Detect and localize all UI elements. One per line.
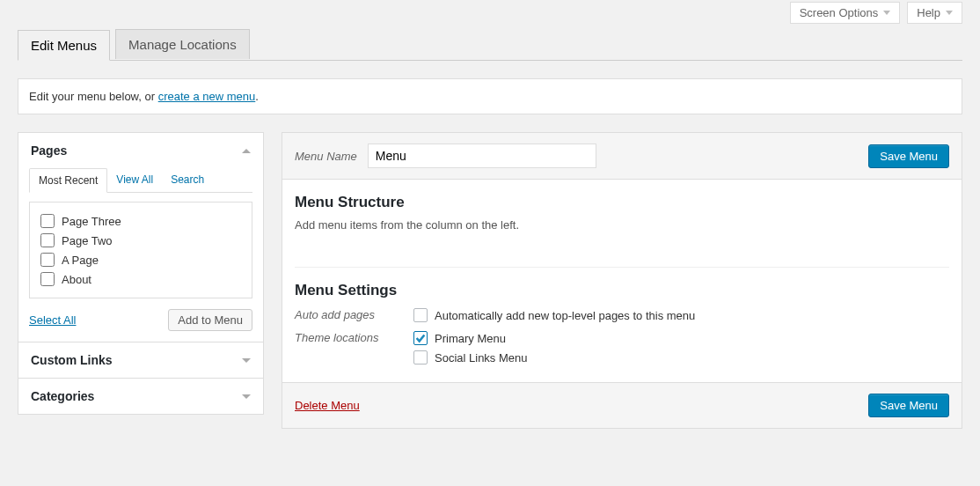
create-menu-link[interactable]: create a new menu [158, 90, 256, 103]
add-to-menu-button[interactable]: Add to Menu [168, 309, 252, 331]
accordion-categories-title: Categories [31, 389, 94, 403]
tab-edit-menus[interactable]: Edit Menus [18, 30, 110, 61]
screen-options-button[interactable]: Screen Options [790, 2, 901, 24]
menu-structure-heading: Menu Structure [295, 194, 949, 211]
menu-settings-heading: Menu Settings [295, 282, 949, 299]
save-menu-button-top[interactable]: Save Menu [868, 144, 949, 168]
caret-down-icon [946, 11, 953, 15]
save-menu-button-bottom[interactable]: Save Menu [868, 394, 949, 417]
screen-options-label: Screen Options [800, 6, 879, 19]
location-social-text: Social Links Menu [435, 351, 528, 364]
page-label: Page Three [62, 215, 121, 228]
nav-tabs: Edit Menus Manage Locations [18, 29, 962, 61]
page-checkbox[interactable] [40, 253, 55, 267]
page-item[interactable]: Page Two [40, 231, 241, 250]
page-item[interactable]: A Page [40, 250, 241, 269]
location-primary-text: Primary Menu [435, 332, 506, 345]
menu-name-input[interactable] [368, 144, 596, 168]
notice-suffix: . [255, 90, 259, 103]
triangle-down-icon [242, 358, 251, 363]
page-checkbox[interactable] [40, 233, 55, 247]
menu-structure-hint: Add menu items from the column on the le… [295, 218, 949, 232]
accordion-custom-links-title: Custom Links [31, 353, 113, 367]
accordion-custom-links-toggle[interactable]: Custom Links [18, 342, 263, 378]
page-checkbox[interactable] [40, 214, 55, 228]
help-button[interactable]: Help [907, 2, 962, 24]
triangle-down-icon [242, 394, 251, 399]
location-social-option[interactable]: Social Links Menu [413, 350, 528, 364]
location-primary-checkbox[interactable] [413, 331, 428, 345]
accordion-pages-toggle[interactable]: Pages [18, 133, 263, 168]
page-label: About [62, 273, 91, 286]
auto-add-option[interactable]: Automatically add new top-level pages to… [413, 308, 695, 322]
help-label: Help [917, 6, 940, 19]
auto-add-checkbox[interactable] [413, 308, 428, 322]
location-social-checkbox[interactable] [413, 350, 428, 364]
auto-add-label: Auto add pages [295, 308, 413, 321]
theme-locations-label: Theme locations [295, 331, 413, 344]
auto-add-option-text: Automatically add new top-level pages to… [435, 309, 695, 322]
menu-name-label: Menu Name [295, 150, 357, 163]
tab-manage-locations[interactable]: Manage Locations [115, 29, 250, 59]
triangle-up-icon [242, 149, 251, 153]
location-primary-option[interactable]: Primary Menu [413, 331, 528, 345]
caret-down-icon [883, 11, 890, 15]
page-label: A Page [62, 254, 99, 267]
accordion-categories-toggle[interactable]: Categories [18, 379, 263, 414]
page-item[interactable]: Page Three [40, 211, 241, 231]
pages-tab-search[interactable]: Search [162, 168, 213, 193]
pages-tab-view-all[interactable]: View All [107, 168, 162, 193]
delete-menu-link[interactable]: Delete Menu [295, 399, 360, 412]
accordion-pages-title: Pages [31, 144, 67, 158]
pages-tab-recent[interactable]: Most Recent [29, 168, 107, 193]
page-label: Page Two [62, 234, 113, 247]
page-checkbox[interactable] [40, 272, 55, 286]
notice-prefix: Edit your menu below, or [29, 90, 158, 103]
page-item[interactable]: About [40, 269, 241, 289]
menu-notice: Edit your menu below, or create a new me… [18, 78, 962, 114]
select-all-link[interactable]: Select All [29, 313, 76, 327]
